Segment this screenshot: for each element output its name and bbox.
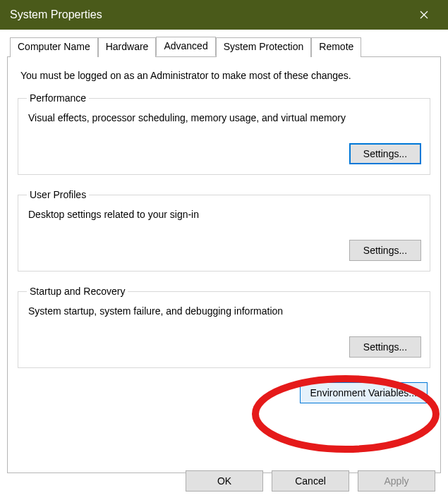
startup-group: Startup and Recovery System startup, sys… — [18, 286, 430, 368]
performance-settings-button[interactable]: Settings... — [349, 143, 421, 164]
tab-hardware[interactable]: Hardware — [98, 37, 157, 57]
performance-legend: Performance — [27, 92, 89, 104]
startup-settings-button[interactable]: Settings... — [349, 336, 421, 358]
tab-computer-name[interactable]: Computer Name — [10, 37, 98, 57]
startup-legend: Startup and Recovery — [27, 286, 128, 297]
window-title: System Properties — [10, 8, 410, 21]
environment-variables-button[interactable]: Environment Variables... — [300, 382, 428, 403]
cancel-button[interactable]: Cancel — [272, 470, 349, 492]
dialog-content: Computer Name Hardware Advanced System P… — [0, 30, 448, 473]
dialog-button-row: OK Cancel Apply — [186, 470, 435, 492]
user-profiles-settings-button[interactable]: Settings... — [349, 240, 421, 261]
performance-group: Performance Visual effects, processor sc… — [18, 92, 430, 175]
tab-advanced[interactable]: Advanced — [156, 37, 215, 56]
titlebar: System Properties — [0, 0, 448, 30]
user-profiles-group: User Profiles Desktop settings related t… — [18, 189, 430, 272]
performance-desc: Visual effects, processor scheduling, me… — [28, 112, 421, 123]
tab-remote[interactable]: Remote — [311, 37, 361, 57]
intro-text: You must be logged on as an Administrato… — [20, 70, 430, 81]
close-icon — [420, 11, 428, 19]
close-button[interactable] — [410, 0, 438, 30]
ok-button[interactable]: OK — [186, 470, 263, 492]
tab-strip: Computer Name Hardware Advanced System P… — [7, 37, 441, 57]
startup-desc: System startup, system failure, and debu… — [28, 305, 421, 317]
user-profiles-legend: User Profiles — [27, 189, 89, 200]
tab-system-protection[interactable]: System Protection — [216, 37, 312, 57]
user-profiles-desc: Desktop settings related to your sign-in — [28, 209, 421, 220]
apply-button[interactable]: Apply — [358, 470, 435, 492]
advanced-panel: You must be logged on as an Administrato… — [7, 57, 441, 473]
